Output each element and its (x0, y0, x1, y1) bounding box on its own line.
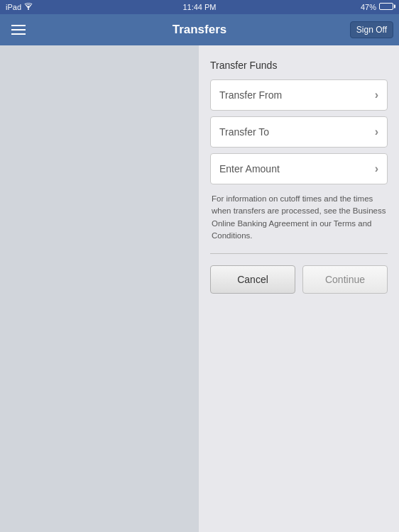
battery-percent: 47% (361, 3, 376, 11)
transfer-from-chevron: › (375, 89, 378, 101)
battery-icon (379, 3, 393, 11)
enter-amount-label: Enter Amount (219, 163, 280, 174)
transfer-to-label: Transfer To (219, 126, 269, 138)
enter-amount-row[interactable]: Enter Amount › (210, 153, 388, 184)
svg-point-0 (28, 9, 29, 10)
nav-title: Transfers (173, 23, 227, 37)
continue-button[interactable]: Continue (302, 265, 388, 294)
status-right: 47% (361, 3, 393, 11)
hamburger-line-1 (11, 25, 26, 26)
form-container: Transfer From › Transfer To › Enter Amou… (210, 79, 388, 184)
transfer-from-label: Transfer From (219, 89, 282, 101)
transfer-to-chevron: › (375, 126, 378, 138)
cancel-button[interactable]: Cancel (210, 265, 295, 294)
wifi-icon (24, 3, 33, 11)
info-text: For information on cutoff times and the … (210, 193, 388, 242)
section-title: Transfer Funds (210, 60, 388, 71)
transfer-to-row[interactable]: Transfer To › (210, 116, 388, 148)
status-left: iPad (6, 3, 33, 11)
content-area: Transfer Funds Transfer From › Transfer … (199, 45, 399, 532)
sign-off-button[interactable]: Sign Off (350, 21, 393, 38)
transfer-from-row[interactable]: Transfer From › (210, 79, 388, 111)
sidebar (0, 45, 199, 532)
action-buttons: Cancel Continue (210, 265, 388, 294)
device-label: iPad (6, 3, 21, 11)
divider (210, 253, 388, 254)
enter-amount-chevron: › (375, 162, 378, 175)
time-display: 11:44 PM (182, 3, 216, 11)
nav-bar: Transfers Sign Off (0, 14, 399, 45)
hamburger-line-2 (11, 29, 26, 31)
main-layout: Transfer Funds Transfer From › Transfer … (0, 45, 399, 532)
menu-button[interactable] (9, 22, 28, 38)
hamburger-line-3 (11, 33, 26, 35)
status-bar: iPad 11:44 PM 47% (0, 0, 399, 14)
